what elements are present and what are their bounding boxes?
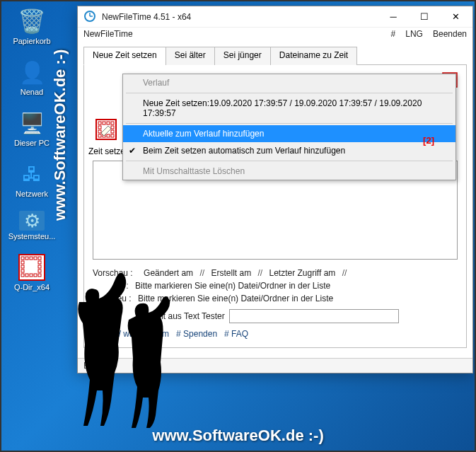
text-tester-input[interactable]	[229, 309, 399, 323]
desktop-icons: 🗑️ Papierkorb 👤 Nenad 🖥️ Dieser PC 🖧 Net…	[7, 7, 57, 291]
desktop-icon-label: Netzwerk	[16, 190, 48, 198]
tab-neue-zeit[interactable]: Neue Zeit setzen	[83, 47, 166, 65]
qdir-icon	[18, 253, 46, 282]
svg-rect-44	[111, 134, 114, 137]
minimize-button[interactable]: ─	[378, 7, 409, 27]
maximize-button[interactable]: ☐	[409, 7, 440, 27]
menu-item-label: Beim Zeit setzen automatisch zum Verlauf…	[143, 146, 345, 156]
geaendert-label: Geändert am	[144, 268, 193, 278]
svg-rect-11	[38, 270, 41, 272]
menubar-title[interactable]: NewFileTime	[83, 29, 391, 39]
link-faq[interactable]: # FAQ	[224, 329, 248, 339]
menu-item-history-entry[interactable]: Neue Zeit setzen:19.09.2020 17:39:57 / 1…	[123, 95, 455, 122]
svg-rect-15	[34, 274, 37, 277]
recycle-bin-icon: 🗑️	[18, 7, 46, 35]
menu-lng[interactable]: LNG	[405, 29, 423, 39]
watermark-bottom: www.SoftwareOK.de :-)	[152, 427, 323, 445]
desktop-icon-dieser-pc[interactable]: 🖥️ Dieser PC	[7, 109, 57, 147]
zeit-setzen-button[interactable]	[90, 117, 122, 142]
desktop-icon-label: Systemsteu...	[8, 232, 56, 241]
desktop-icon-nenad[interactable]: 👤 Nenad	[7, 58, 57, 96]
network-icon: 🖧	[18, 160, 46, 188]
menu-separator	[126, 123, 453, 124]
menu-beenden[interactable]: Beenden	[433, 29, 467, 39]
svg-rect-2	[25, 257, 28, 260]
tab-dateiname-zu-zeit[interactable]: Dateiname zu Zeit	[270, 47, 357, 65]
alt-label: Alt :	[114, 281, 129, 291]
svg-rect-39	[98, 130, 101, 133]
svg-rect-36	[111, 122, 114, 124]
window-title: NewFileTime 4.51 - x64	[102, 12, 378, 22]
tab-content: ⟵ [1] Verlauf Neue Zeit setzen:19.09.202…	[83, 65, 467, 348]
menubar: NewFileTime # LNG Beenden	[78, 28, 472, 42]
control-panel-icon: ⚙	[19, 211, 45, 231]
erstellt-label: Erstellt am	[211, 268, 251, 278]
neu-text: Bitte markieren Sie eine(n) Datei/Ordner…	[138, 294, 333, 303]
annotation-2: [2]	[423, 135, 434, 146]
link-spenden[interactable]: # Spenden	[176, 329, 217, 339]
svg-rect-43	[107, 134, 110, 137]
menu-separator	[126, 161, 453, 161]
tab-sei-juenger[interactable]: Sei jünger	[214, 47, 271, 65]
svg-rect-34	[103, 122, 105, 124]
desktop-icon-papierkorb[interactable]: 🗑️ Papierkorb	[7, 7, 57, 45]
svg-rect-35	[107, 122, 110, 124]
tabs-area: Neue Zeit setzen Sei älter Sei jünger Da…	[78, 42, 472, 348]
computer-icon: 🖥️	[18, 109, 46, 137]
tab-sei-aelter[interactable]: Sei älter	[166, 47, 215, 65]
letzter-label: Letzter Zugriff am	[269, 268, 336, 278]
menu-hash[interactable]: #	[391, 29, 396, 39]
svg-rect-33	[98, 122, 101, 124]
menu-item-auto-add[interactable]: ✔ Beim Zeit setzen automatisch zum Verla…	[123, 142, 455, 159]
link-site[interactable]: # http:// wareok.com	[93, 329, 169, 339]
svg-rect-5	[38, 257, 41, 260]
menu-item-shift-delete[interactable]: Mit Umschalttaste Löschen	[123, 163, 455, 180]
svg-rect-41	[98, 134, 101, 137]
user-icon: 👤	[18, 58, 46, 86]
menu-item-add-current[interactable]: Aktuelle zum Verlauf hinzufügen	[123, 125, 455, 142]
desktop-icon-label: Nenad	[21, 88, 43, 96]
svg-rect-3	[30, 257, 33, 260]
svg-rect-16	[38, 274, 41, 277]
svg-rect-37	[98, 126, 101, 129]
svg-rect-12	[21, 274, 24, 277]
desktop-icon-label: Q-Dir_x64	[14, 283, 50, 291]
statusbar: Bereit	[78, 358, 472, 373]
desktop-icon-label: Papierkorb	[13, 37, 50, 45]
neu-label: Neu :	[111, 294, 132, 303]
svg-rect-7	[38, 261, 41, 264]
close-button[interactable]: ✕	[440, 7, 471, 27]
history-dropdown-menu: Verlauf Neue Zeit setzen:19.09.2020 17:3…	[122, 74, 456, 180]
svg-rect-1	[21, 257, 24, 260]
svg-rect-40	[111, 130, 114, 133]
desktop-icon-qdir[interactable]: Q-Dir_x64	[7, 253, 57, 291]
app-icon	[83, 10, 98, 24]
preview-info: Vorschau : Geändert am // Erstellt am //…	[93, 267, 458, 339]
svg-rect-8	[21, 265, 24, 268]
svg-rect-4	[34, 257, 37, 260]
desktop-icon-systemsteuerung[interactable]: ⚙ Systemsteu...	[7, 211, 57, 241]
desktop-icon-netzwerk[interactable]: 🖧 Netzwerk	[7, 160, 57, 198]
watermark-side: www.SoftwareOK.de :-)	[51, 50, 69, 221]
menu-separator	[126, 93, 453, 93]
svg-rect-13	[25, 274, 28, 277]
tester-label: Zeit aus Text Tester	[151, 311, 225, 321]
desktop-icon-label: Dieser PC	[14, 139, 50, 147]
vorschau-label: Vorschau :	[93, 268, 133, 278]
svg-rect-10	[21, 270, 24, 272]
checkmark-icon: ✔	[129, 146, 136, 156]
menu-item-verlauf: Verlauf	[123, 74, 455, 91]
app-window: NewFileTime 4.51 - x64 ─ ☐ ✕ NewFileTime…	[77, 6, 473, 373]
svg-rect-14	[30, 274, 33, 277]
svg-rect-9	[38, 265, 41, 268]
titlebar: NewFileTime 4.51 - x64 ─ ☐ ✕	[78, 6, 472, 28]
tabs: Neue Zeit setzen Sei älter Sei jünger Da…	[83, 46, 467, 65]
status-text: Bereit	[83, 361, 105, 371]
svg-rect-6	[21, 261, 24, 264]
alt-text: Bitte markieren Sie eine(n) Datei/Ordner…	[135, 281, 330, 291]
svg-rect-38	[111, 126, 114, 129]
